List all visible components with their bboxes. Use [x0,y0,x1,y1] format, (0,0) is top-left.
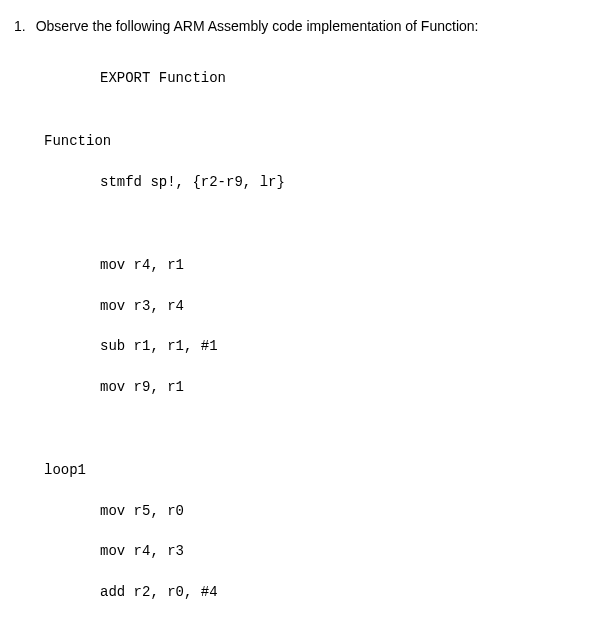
code-line: mov r4, r3 [100,541,598,561]
code-line: mov r5, r0 [100,501,598,521]
code-line-export: EXPORT Function [100,68,598,88]
question-prompt: Observe the following ARM Assembly code … [36,18,479,34]
question-number: 1. [14,18,26,34]
code-line: mov r9, r1 [100,377,598,397]
code-line: mov r3, r4 [100,296,598,316]
question-header: 1. Observe the following ARM Assembly co… [14,18,598,34]
code-line: mov r4, r1 [100,255,598,275]
code-line: sub r1, r1, #1 [100,336,598,356]
code-label-loop1: loop1 [44,460,598,480]
code-line: stmfd sp!, {r2-r9, lr} [100,172,598,192]
code-line: add r2, r0, #4 [100,582,598,602]
code-label-function: Function [44,131,598,151]
code-block: EXPORT Function Function stmfd sp!, {r2-… [44,48,598,644]
